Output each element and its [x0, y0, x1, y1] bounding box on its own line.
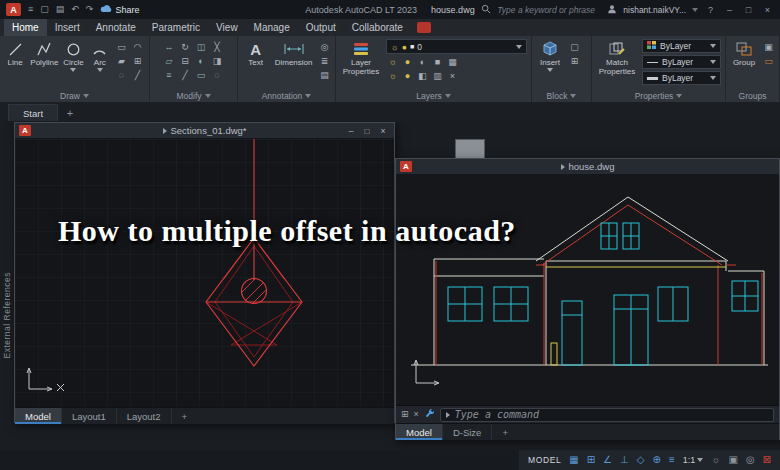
- wrench-icon[interactable]: [424, 408, 435, 421]
- line-tool-button[interactable]: Line: [4, 39, 26, 67]
- add-layout-button[interactable]: +: [492, 424, 518, 440]
- isolate-objects-icon[interactable]: ◎: [746, 455, 755, 465]
- share-button[interactable]: Share: [100, 4, 139, 15]
- text-tool-button[interactable]: A Text: [242, 39, 269, 67]
- annotation-mini-tool-icon[interactable]: ▤: [318, 69, 331, 81]
- group-mini-tool-icon[interactable]: ▣: [762, 41, 775, 53]
- layout2-tab[interactable]: Layout2: [117, 408, 172, 424]
- modify-panel-label[interactable]: Modify: [150, 89, 237, 102]
- house-canvas[interactable]: [396, 175, 779, 405]
- tab-insert[interactable]: Insert: [47, 19, 88, 36]
- maximize-button[interactable]: □: [360, 125, 374, 137]
- block-mini-tool-icon[interactable]: ▢: [568, 41, 581, 53]
- layer-mini-tool-icon[interactable]: ■: [431, 56, 444, 68]
- group-button[interactable]: Group: [730, 39, 758, 67]
- layer-properties-button[interactable]: Layer Properties: [340, 39, 382, 76]
- modify-mini-tool-icon[interactable]: ⊟: [179, 55, 192, 67]
- autocad-logo-icon[interactable]: A: [19, 125, 31, 136]
- grid-display-icon[interactable]: ▦: [569, 455, 578, 465]
- tab-home[interactable]: Home: [4, 19, 47, 36]
- layer-mini-tool-icon[interactable]: ●: [401, 70, 414, 82]
- search-input[interactable]: [497, 5, 601, 15]
- save-icon[interactable]: ▤: [56, 5, 65, 14]
- floating-palette[interactable]: [455, 139, 485, 159]
- modify-mini-tool-icon[interactable]: ↻: [179, 41, 192, 53]
- draw-mini-tool-icon[interactable]: ◌: [115, 69, 128, 81]
- modify-mini-tool-icon[interactable]: ▱: [163, 55, 176, 67]
- house-window-titlebar[interactable]: A house.dwg: [396, 159, 779, 175]
- annotation-mini-tool-icon[interactable]: ◎: [318, 41, 331, 53]
- circle-tool-button[interactable]: Circle: [62, 39, 84, 72]
- modify-mini-tool-icon[interactable]: ↔: [163, 41, 176, 53]
- annotation-visibility-icon[interactable]: ☼: [711, 455, 720, 465]
- tab-output[interactable]: Output: [298, 19, 344, 36]
- draw-panel-label[interactable]: Draw: [0, 89, 149, 102]
- autocad-logo-icon[interactable]: A: [6, 3, 21, 16]
- object-color-select[interactable]: ByLayer: [642, 39, 721, 53]
- app-menu-icon[interactable]: ≡: [28, 5, 33, 14]
- tab-annotate[interactable]: Annotate: [88, 19, 144, 36]
- lineweight-select[interactable]: ByLayer: [642, 71, 721, 85]
- layer-mini-tool-icon[interactable]: ☼: [386, 56, 399, 68]
- polyline-tool-button[interactable]: Polyline: [30, 39, 58, 67]
- modify-mini-tool-icon[interactable]: ╱: [179, 69, 192, 81]
- groups-panel-label[interactable]: Groups: [726, 89, 779, 102]
- command-field[interactable]: [440, 408, 774, 422]
- dsize-tab[interactable]: D-Size: [443, 424, 493, 440]
- draw-mini-tool-icon[interactable]: ╱: [131, 69, 144, 81]
- insert-block-button[interactable]: Insert: [536, 39, 564, 72]
- object-snap-icon[interactable]: ◇: [637, 455, 645, 465]
- modify-mini-tool-icon[interactable]: ╳: [211, 41, 224, 53]
- help-icon[interactable]: ?: [704, 5, 717, 15]
- user-menu-caret-icon[interactable]: [692, 8, 698, 12]
- annotation-mini-tool-icon[interactable]: ≣: [318, 55, 331, 67]
- ortho-mode-icon[interactable]: ⊥: [620, 455, 629, 465]
- layer-mini-tool-icon[interactable]: ◐: [416, 56, 429, 68]
- user-icon[interactable]: [607, 4, 617, 16]
- maximize-button[interactable]: □: [742, 5, 755, 15]
- add-layout-button[interactable]: +: [172, 408, 198, 424]
- autocad-logo-icon[interactable]: A: [400, 161, 412, 172]
- model-tab[interactable]: Model: [15, 408, 62, 424]
- tab-collaborate[interactable]: Collaborate: [344, 19, 411, 36]
- properties-panel-label[interactable]: Properties: [592, 89, 725, 102]
- close-button[interactable]: ×: [376, 125, 390, 137]
- close-button[interactable]: ×: [761, 5, 774, 15]
- minimize-button[interactable]: –: [344, 125, 358, 137]
- modify-mini-tool-icon[interactable]: ▭: [195, 69, 208, 81]
- layout1-tab[interactable]: Layout1: [62, 408, 117, 424]
- layer-mini-tool-icon[interactable]: ×: [446, 70, 459, 82]
- draw-mini-tool-icon[interactable]: ⊞: [131, 55, 144, 67]
- tab-parametric[interactable]: Parametric: [144, 19, 208, 36]
- redo-icon[interactable]: ↷: [86, 5, 94, 14]
- block-panel-label[interactable]: Block: [532, 89, 591, 102]
- modify-mini-tool-icon[interactable]: ◌: [211, 69, 224, 81]
- dimension-tool-button[interactable]: Dimension: [273, 39, 314, 67]
- snap-tracking-icon[interactable]: ⊕: [653, 455, 661, 465]
- close-command-icon[interactable]: ×: [414, 410, 419, 419]
- sections-window-titlebar[interactable]: A Sections_01.dwg* – □ ×: [15, 123, 394, 139]
- model-space-button[interactable]: MODEL: [528, 455, 561, 465]
- search-icon[interactable]: [481, 4, 491, 16]
- layers-panel-label[interactable]: Layers: [336, 89, 531, 102]
- layer-mini-tool-icon[interactable]: ▦: [446, 56, 459, 68]
- user-name[interactable]: nishant.naikVY...: [623, 5, 686, 15]
- modify-mini-tool-icon[interactable]: ◫: [195, 41, 208, 53]
- featured-apps-icon[interactable]: [417, 22, 431, 33]
- layer-mini-tool-icon[interactable]: ●: [401, 56, 414, 68]
- modify-mini-tool-icon[interactable]: ◨: [211, 55, 224, 67]
- draw-mini-tool-icon[interactable]: ▭: [115, 41, 128, 53]
- linetype-select[interactable]: ByLayer: [642, 55, 721, 69]
- workspace-switching-icon[interactable]: ▣: [728, 455, 737, 465]
- customize-command-icon[interactable]: ⊞: [401, 410, 409, 419]
- new-drawing-button[interactable]: +: [61, 104, 79, 121]
- minimize-button[interactable]: –: [723, 5, 736, 15]
- layer-mini-tool-icon[interactable]: ▥: [431, 70, 444, 82]
- start-tab[interactable]: Start: [8, 104, 58, 121]
- layer-select[interactable]: ☼ ● ■ 0: [386, 39, 527, 54]
- external-references-tab[interactable]: External References: [0, 121, 13, 450]
- dynamic-input-icon[interactable]: ≡: [669, 455, 675, 465]
- clean-screen-icon[interactable]: ⊠: [763, 455, 771, 465]
- annotation-scale-button[interactable]: 1:1: [683, 455, 704, 465]
- draw-mini-tool-icon[interactable]: ▰: [115, 55, 128, 67]
